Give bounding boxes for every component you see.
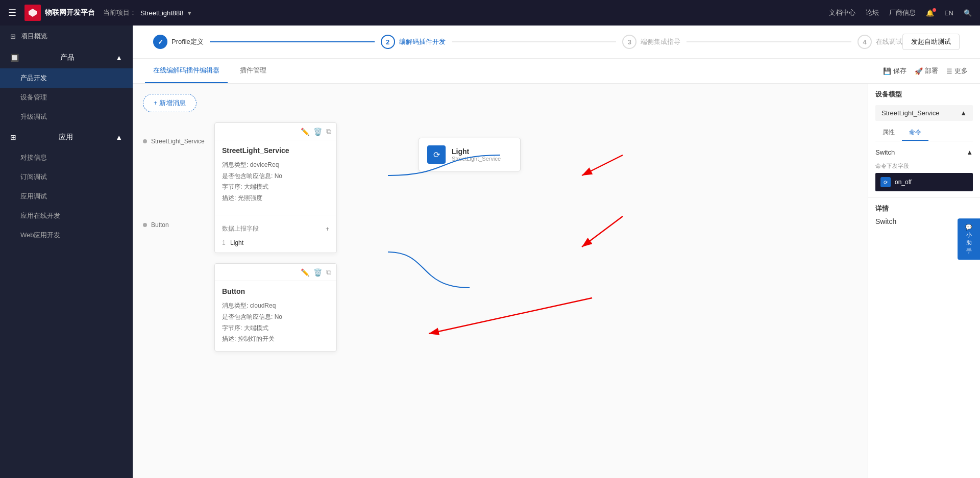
card-section-fields: 数据上报字段 + 1 Light	[215, 220, 336, 253]
section-label: 数据上报字段	[222, 224, 259, 233]
step-line-1	[210, 41, 375, 42]
tab-plugin-mgmt[interactable]: 插件管理	[232, 59, 275, 83]
sidebar-item-device-mgmt[interactable]: 设备管理	[0, 88, 133, 107]
top-nav: ☰ 物联网开发平台 当前项目： StreetLight888 ▾ 文档中心 论坛…	[0, 0, 980, 26]
card-delete-icon[interactable]: 🗑️	[313, 128, 322, 136]
notification-icon[interactable]: 🔔	[926, 9, 934, 17]
chat-assistant-button[interactable]: 💬 小 助 手	[958, 218, 980, 260]
card-info-button: 消息类型: cloudReq 是否包含响应信息: No 字节序: 大端模式 描述…	[222, 300, 329, 344]
field-1: 1 Light	[222, 237, 329, 248]
step-4: 4 在线调试	[857, 35, 902, 49]
rp-switch-expand-icon: ▲	[966, 148, 973, 156]
product-label: 产品	[60, 53, 75, 62]
sidebar-item-connect-info[interactable]: 对接信息	[0, 148, 133, 167]
sidebar-item-upgrade-debug[interactable]: 升级调试	[0, 107, 133, 127]
docs-link[interactable]: 文档中心	[829, 8, 855, 17]
hamburger-icon[interactable]: ☰	[8, 7, 16, 18]
light-icon: ⟳	[427, 145, 446, 164]
card-edit-icon-2[interactable]: ✏️	[301, 268, 309, 276]
tab-actions: 💾 保存 🚀 部署 ☰ 更多	[883, 66, 968, 76]
card-body-button: Button 消息类型: cloudReq 是否包含响应信息: No 字节序: …	[215, 281, 336, 350]
product-collapse-icon: ▲	[115, 54, 122, 62]
sidebar-item-product-dev[interactable]: 产品开发	[0, 68, 133, 88]
more-label: 更多	[954, 66, 968, 76]
sidebar-item-label: 项目概览	[21, 32, 47, 41]
field-name: Light	[230, 239, 243, 246]
field-num: 1	[222, 239, 230, 246]
sidebar-item-subscribe-debug[interactable]: 订阅调试	[0, 167, 133, 187]
forum-link[interactable]: 论坛	[866, 8, 879, 17]
add-message-button[interactable]: + 新增消息	[143, 94, 197, 112]
msg-card-button: ✏️ 🗑️ ⧉ Button 消息类型: cloudReq 是否包含响应信息: …	[214, 263, 337, 351]
chat-icon: 💬	[961, 223, 977, 231]
language-selector[interactable]: EN	[944, 9, 953, 17]
deploy-action[interactable]: 🚀 部署	[915, 66, 938, 76]
card-info-streetlight: 消息类型: deviceReq 是否包含响应信息: No 字节序: 大端模式 描…	[222, 160, 329, 204]
chat-label-3: 手	[961, 247, 977, 255]
rp-service-header[interactable]: StreetLight_Service ▲	[875, 105, 973, 121]
logo-area: 物联网开发平台	[24, 5, 95, 21]
card-body-streetlight: StreetLight_Service 消息类型: deviceReq 是否包含…	[215, 140, 336, 210]
project-dropdown-icon[interactable]: ▾	[188, 9, 191, 17]
service-dot-streetlight: StreetLight_Service	[143, 138, 204, 145]
step-4-circle: 4	[857, 35, 872, 49]
overview-icon: ⊞	[10, 33, 16, 40]
sidebar-item-app-debug[interactable]: 应用调试	[0, 187, 133, 206]
sidebar-item-overview[interactable]: ⊞ 项目概览	[0, 26, 133, 47]
tabs: 在线编解码插件编辑器 插件管理	[145, 59, 279, 83]
right-panel: 设备模型 StreetLight_Service ▲ 属性 命令 Switch …	[868, 84, 980, 478]
light-name: Light	[452, 147, 501, 156]
add-field-icon[interactable]: +	[326, 225, 329, 233]
sidebar-item-app-online-dev[interactable]: 应用在线开发	[0, 206, 133, 225]
device-model-title: 设备模型	[875, 90, 973, 99]
search-icon[interactable]: 🔍	[964, 9, 972, 17]
deploy-icon: 🚀	[915, 67, 923, 75]
logo-icon	[24, 5, 41, 21]
service-list: StreetLight_Service Button	[143, 122, 204, 229]
rp-tabs: 属性 命令	[875, 125, 973, 141]
rp-service-collapse-icon: ▲	[960, 109, 967, 117]
service-label-button: Button	[151, 221, 169, 229]
project-name: StreetLight888	[140, 9, 184, 17]
save-action[interactable]: 💾 保存	[883, 66, 906, 76]
device-mgmt-label: 设备管理	[20, 93, 47, 101]
chat-label-2: 助	[961, 239, 977, 247]
project-area: 当前项目： StreetLight888 ▾	[103, 8, 191, 17]
sidebar-item-web-app-dev[interactable]: Web应用开发	[0, 225, 133, 245]
notification-dot	[933, 8, 936, 12]
step-line-3	[687, 41, 851, 42]
rp-detail-title: 详情	[875, 204, 973, 213]
rp-tab-command[interactable]: 命令	[902, 125, 928, 141]
has-response: 是否包含响应信息: No	[222, 171, 329, 182]
card-header-streetlight: ✏️ 🗑️ ⧉	[215, 123, 336, 140]
connect-info-label: 对接信息	[20, 154, 47, 161]
step-2-circle: 2	[381, 35, 395, 49]
card-delete-icon-2[interactable]: 🗑️	[313, 268, 322, 276]
sidebar-section-product[interactable]: 🔲 产品 ▲	[0, 47, 133, 68]
app-online-dev-label: 应用在线开发	[20, 212, 60, 219]
subscribe-debug-label: 订阅调试	[20, 173, 47, 181]
main-layout: ⊞ 项目概览 🔲 产品 ▲ 产品开发 设备管理 升级调试 ⊞ 应用 ▲ 对接信息…	[0, 26, 980, 478]
msg-type: 消息类型: deviceReq	[222, 160, 329, 171]
start-test-button[interactable]: 发起自助测试	[902, 34, 960, 50]
step-4-label: 在线调试	[876, 37, 902, 46]
desc-2: 描述: 控制灯的开关	[222, 334, 329, 345]
card-copy-icon-2[interactable]: ⧉	[326, 268, 331, 276]
content-area: 在线编解码插件编辑器 插件管理 💾 保存 🚀 部署 ☰ 更多	[133, 59, 980, 478]
sidebar-section-app[interactable]: ⊞ 应用 ▲	[0, 127, 133, 148]
rp-command-section: 命令下发字段 ⟳ on_off	[875, 162, 973, 191]
rp-command-item[interactable]: ⟳ on_off	[875, 173, 973, 191]
rp-tab-attr[interactable]: 属性	[875, 125, 902, 141]
command-item-label: on_off	[895, 179, 912, 186]
upgrade-debug-label: 升级调试	[20, 113, 47, 120]
card-copy-icon[interactable]: ⧉	[326, 127, 331, 136]
tab-online-editor[interactable]: 在线编解码插件编辑器	[145, 59, 228, 83]
step-3-label: 端侧集成指导	[641, 37, 680, 46]
msg-type-2: 消息类型: cloudReq	[222, 300, 329, 312]
more-action[interactable]: ☰ 更多	[946, 66, 968, 76]
vendor-link[interactable]: 厂商信息	[889, 8, 916, 17]
card-edit-icon[interactable]: ✏️	[301, 128, 309, 136]
main-content: ✓ Profile定义 2 编解码插件开发 3 端侧集成指导 4 在线调试 发起…	[133, 26, 980, 478]
byte-order: 字节序: 大端模式	[222, 182, 329, 193]
step-1-circle: ✓	[153, 35, 167, 49]
